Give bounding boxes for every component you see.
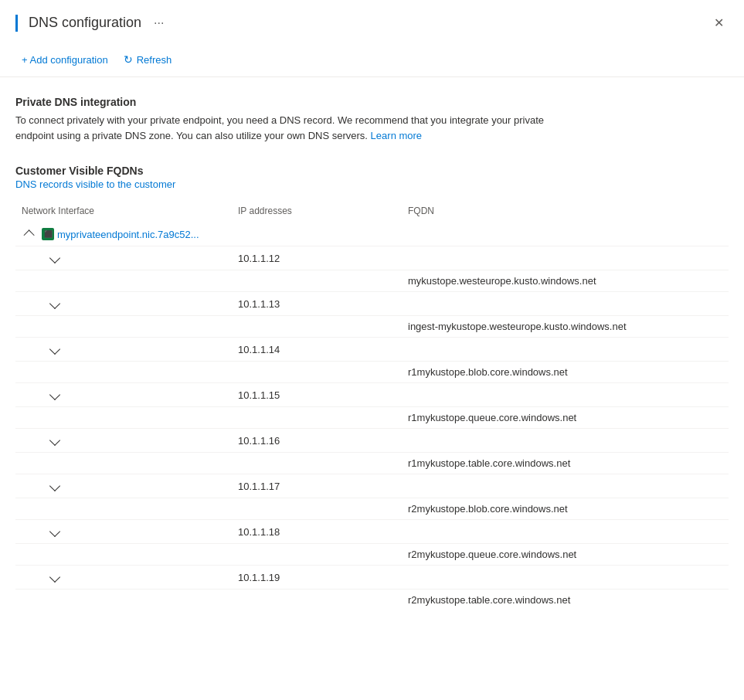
table-row: r2mykustope.queue.core.windows.net: [15, 544, 729, 566]
chevron-icon: [49, 572, 60, 583]
table-row: 10.1.1.18: [15, 520, 729, 544]
table-row: ⬛ myprivateendpoint.nic.7a9c52...: [15, 223, 729, 246]
col-ip-addresses: IP addresses: [232, 199, 402, 223]
ip-address-cell: 10.1.1.12: [232, 246, 402, 270]
table-row: r1mykustope.blob.core.windows.net: [15, 362, 729, 383]
table-row: 10.1.1.13: [15, 292, 729, 316]
table-row: 10.1.1.15: [15, 383, 729, 407]
chevron-icon: [49, 389, 60, 400]
ip-address-cell: 10.1.1.17: [232, 474, 402, 498]
expand-ip-button[interactable]: [46, 570, 63, 584]
content-area: Private DNS integration To connect priva…: [0, 77, 744, 626]
ip-address-cell: 10.1.1.14: [232, 338, 402, 362]
fqdn-cell: r1mykustope.table.core.windows.net: [402, 453, 729, 474]
expand-ip-button[interactable]: [46, 388, 63, 402]
fqdn-table: Network Interface IP addresses FQDN ⬛ my…: [15, 199, 729, 610]
fqdn-cell: r2mykustope.table.core.windows.net: [402, 590, 729, 611]
title-bar: DNS configuration ···: [15, 15, 709, 32]
panel-accent: [15, 15, 18, 32]
table-row: r1mykustope.table.core.windows.net: [15, 453, 729, 474]
fqdn-cell: r1mykustope.queue.core.windows.net: [402, 407, 729, 429]
fqdn-cell: r2mykustope.queue.core.windows.net: [402, 544, 729, 566]
fqdn-cell: r1mykustope.blob.core.windows.net: [402, 362, 729, 383]
panel-title: DNS configuration: [29, 15, 141, 31]
ip-address-cell: 10.1.1.18: [232, 520, 402, 544]
refresh-button[interactable]: ↻ Refresh: [117, 49, 178, 70]
table-row: r2mykustope.blob.core.windows.net: [15, 498, 729, 520]
fqdn-title: Customer Visible FQDNs: [15, 165, 729, 177]
close-button[interactable]: ✕: [709, 12, 729, 33]
expand-ip-button[interactable]: [46, 251, 63, 265]
chevron-icon: [49, 435, 60, 446]
table-row: 10.1.1.12: [15, 246, 729, 270]
refresh-icon: ↻: [124, 53, 133, 66]
chevron-icon: [49, 253, 60, 263]
more-options-icon[interactable]: ···: [154, 16, 164, 30]
expand-ip-button[interactable]: [46, 297, 63, 311]
fqdn-cell: mykustope.westeurope.kusto.windows.net: [402, 270, 729, 292]
dns-configuration-panel: DNS configuration ··· ✕ + Add configurat…: [0, 0, 744, 700]
fqdn-section: Customer Visible FQDNs DNS records visib…: [15, 165, 729, 610]
table-row: 10.1.1.16: [15, 429, 729, 453]
ip-address-cell: 10.1.1.13: [232, 292, 402, 316]
learn-more-link[interactable]: Learn more: [371, 130, 422, 141]
table-row: r1mykustope.queue.core.windows.net: [15, 407, 729, 429]
chevron-icon: [49, 344, 60, 355]
col-network-interface: Network Interface: [15, 199, 232, 223]
refresh-label: Refresh: [137, 54, 172, 66]
chevron-icon: [49, 298, 60, 309]
table-row: 10.1.1.17: [15, 474, 729, 498]
private-dns-section: Private DNS integration To connect priva…: [15, 96, 729, 143]
private-dns-title: Private DNS integration: [15, 96, 729, 108]
ip-address-cell: 10.1.1.16: [232, 429, 402, 453]
expand-ip-button[interactable]: [46, 433, 63, 447]
fqdn-cell: ingest-mykustope.westeurope.kusto.window…: [402, 316, 729, 338]
expand-ip-button[interactable]: [46, 525, 63, 539]
chevron-icon: [49, 526, 60, 537]
ip-address-cell: 10.1.1.19: [232, 566, 402, 590]
table-row: mykustope.westeurope.kusto.windows.net: [15, 270, 729, 292]
col-fqdn: FQDN: [402, 199, 729, 223]
network-interface-name[interactable]: myprivateendpoint.nic.7a9c52...: [57, 229, 199, 240]
toolbar: + Add configuration ↻ Refresh: [0, 42, 744, 77]
add-configuration-label: + Add configuration: [22, 54, 108, 66]
chevron-expanded-icon: [24, 229, 35, 240]
private-dns-description: To connect privately with your private e…: [15, 113, 556, 143]
expand-ip-button[interactable]: [46, 479, 63, 493]
fqdn-subtitle: DNS records visible to the customer: [15, 178, 729, 190]
fqdn-cell: r2mykustope.blob.core.windows.net: [402, 498, 729, 520]
table-row: 10.1.1.19: [15, 566, 729, 590]
panel-header: DNS configuration ··· ✕: [0, 0, 744, 42]
table-row: ingest-mykustope.westeurope.kusto.window…: [15, 316, 729, 338]
expand-ip-button[interactable]: [46, 342, 63, 356]
nic-icon: ⬛: [42, 228, 54, 240]
ip-address-cell: 10.1.1.15: [232, 383, 402, 407]
add-configuration-button[interactable]: + Add configuration: [15, 49, 114, 70]
table-row: 10.1.1.14: [15, 338, 729, 362]
table-header-row: Network Interface IP addresses FQDN: [15, 199, 729, 223]
table-row: r2mykustope.table.core.windows.net: [15, 590, 729, 611]
expand-parent-button[interactable]: [22, 227, 39, 241]
chevron-icon: [49, 481, 60, 491]
